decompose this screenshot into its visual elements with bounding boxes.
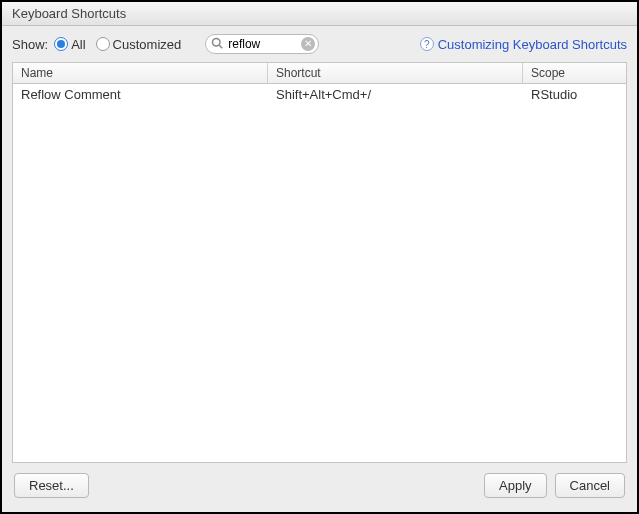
reset-button[interactable]: Reset... bbox=[14, 473, 89, 498]
cell-shortcut: Shift+Alt+Cmd+/ bbox=[268, 84, 523, 105]
shortcut-table[interactable]: Name Shortcut Scope Reflow Comment Shift… bbox=[12, 62, 627, 463]
help-icon: ? bbox=[420, 37, 434, 51]
col-header-name[interactable]: Name bbox=[13, 63, 268, 83]
svg-point-0 bbox=[213, 39, 221, 47]
apply-button[interactable]: Apply bbox=[484, 473, 547, 498]
radio-all[interactable]: All bbox=[54, 37, 85, 52]
dialog-window: Keyboard Shortcuts Show: All Customized … bbox=[0, 0, 639, 514]
cancel-button[interactable]: Cancel bbox=[555, 473, 625, 498]
radio-all-label: All bbox=[71, 37, 85, 52]
help-link-label: Customizing Keyboard Shortcuts bbox=[438, 37, 627, 52]
cell-scope: RStudio bbox=[523, 84, 626, 105]
search-wrap: ✕ bbox=[205, 34, 319, 54]
col-header-shortcut[interactable]: Shortcut bbox=[268, 63, 523, 83]
col-header-scope[interactable]: Scope bbox=[523, 63, 626, 83]
dialog-title: Keyboard Shortcuts bbox=[12, 6, 126, 21]
dialog-titlebar: Keyboard Shortcuts bbox=[2, 2, 637, 26]
show-label: Show: bbox=[12, 37, 48, 52]
radio-empty-icon bbox=[96, 37, 110, 51]
cell-name: Reflow Comment bbox=[13, 84, 268, 105]
radio-dot-icon bbox=[54, 37, 68, 51]
search-icon bbox=[211, 37, 223, 49]
toolbar: Show: All Customized ✕ ? Customizing Key… bbox=[2, 26, 637, 62]
radio-customized-label: Customized bbox=[113, 37, 182, 52]
table-row[interactable]: Reflow Comment Shift+Alt+Cmd+/ RStudio bbox=[13, 84, 626, 105]
dialog-footer: Reset... Apply Cancel bbox=[2, 463, 637, 512]
help-link[interactable]: ? Customizing Keyboard Shortcuts bbox=[420, 37, 627, 52]
svg-line-1 bbox=[219, 45, 222, 48]
radio-customized[interactable]: Customized bbox=[96, 37, 182, 52]
table-header: Name Shortcut Scope bbox=[13, 63, 626, 84]
